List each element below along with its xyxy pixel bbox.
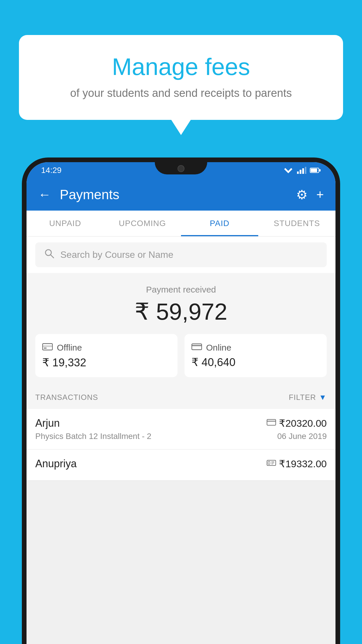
payment-cards: Offline ₹ 19,332 Online xyxy=(35,334,327,377)
svg-rect-3 xyxy=(302,168,304,174)
speech-bubble-container: Manage fees of your students and send re… xyxy=(19,35,343,120)
offline-card-header: Offline xyxy=(42,342,171,353)
online-amount: ₹ 40,640 xyxy=(191,356,320,369)
svg-rect-4 xyxy=(305,167,306,174)
offline-amount: ₹ 19,332 xyxy=(42,356,171,369)
tab-unpaid[interactable]: UNPAID xyxy=(27,211,104,236)
status-icons xyxy=(283,167,321,174)
status-time: 14:29 xyxy=(41,166,61,175)
phone-screen: 14:29 ← Payments xyxy=(27,162,335,644)
svg-rect-1 xyxy=(297,172,299,174)
bubble-title: Manage fees xyxy=(42,52,320,81)
tab-students[interactable]: STUDENTS xyxy=(258,211,335,236)
battery-icon xyxy=(310,167,321,174)
transaction-amount-anupriya: ₹19332.00 xyxy=(279,458,327,470)
online-icon xyxy=(191,342,202,353)
offline-card: Offline ₹ 19,332 xyxy=(35,334,178,377)
payment-label: Payment received xyxy=(35,285,327,295)
online-card-header: Online xyxy=(191,342,320,353)
transaction-amount-container-anupriya: ₹19332.00 xyxy=(267,458,327,470)
transaction-row-arjun[interactable]: Arjun ₹20320.00 Physics Batch 12 Install… xyxy=(27,409,335,449)
svg-rect-11 xyxy=(43,345,52,347)
transactions-label: TRANSACTIONS xyxy=(35,393,98,402)
tabs: UNPAID UPCOMING PAID STUDENTS xyxy=(27,211,335,237)
search-placeholder: Search by Course or Name xyxy=(60,249,173,260)
back-button[interactable]: ← xyxy=(38,187,51,202)
plus-button[interactable]: + xyxy=(316,187,324,202)
transaction-name-arjun: Arjun xyxy=(35,417,60,429)
svg-rect-12 xyxy=(44,348,47,349)
svg-rect-2 xyxy=(300,170,301,174)
filter-button[interactable]: FILTER ▼ xyxy=(289,393,327,402)
transaction-date-arjun: 06 June 2019 xyxy=(277,432,327,441)
offline-icon xyxy=(42,342,53,353)
transaction-top-arjun: Arjun ₹20320.00 xyxy=(35,417,327,429)
online-type: Online xyxy=(206,343,231,353)
svg-rect-18 xyxy=(268,461,270,464)
online-card: Online ₹ 40,640 xyxy=(184,334,327,377)
svg-rect-6 xyxy=(311,169,317,172)
payment-amount: ₹ 59,972 xyxy=(35,298,327,325)
card-payment-icon xyxy=(267,419,276,428)
payment-summary: Payment received ₹ 59,972 Offline xyxy=(27,273,335,386)
svg-rect-13 xyxy=(192,344,202,350)
transaction-bottom-arjun: Physics Batch 12 Installment - 2 06 June… xyxy=(35,432,327,441)
cash-payment-icon xyxy=(267,459,276,469)
svg-line-9 xyxy=(50,255,54,258)
bubble-subtitle: of your students and send receipts to pa… xyxy=(42,87,320,99)
transaction-amount-arjun: ₹20320.00 xyxy=(279,417,327,429)
transaction-detail-arjun: Physics Batch 12 Installment - 2 xyxy=(35,432,151,441)
speech-bubble: Manage fees of your students and send re… xyxy=(19,35,343,120)
transaction-row-anupriya[interactable]: Anupriya ₹19332.00 xyxy=(27,449,335,481)
gear-button[interactable]: ⚙ xyxy=(296,187,307,202)
tab-paid[interactable]: PAID xyxy=(181,211,258,236)
app-bar: ← Payments ⚙ + xyxy=(27,178,335,211)
signal-icon xyxy=(297,167,306,174)
app-title: Payments xyxy=(60,187,287,202)
transaction-top-anupriya: Anupriya ₹19332.00 xyxy=(35,458,327,470)
svg-rect-15 xyxy=(267,419,276,425)
filter-icon: ▼ xyxy=(319,393,327,402)
search-icon xyxy=(44,248,55,261)
search-bar[interactable]: Search by Course or Name xyxy=(35,242,327,267)
svg-marker-0 xyxy=(284,168,292,173)
filter-label: FILTER xyxy=(289,393,316,402)
phone-notch xyxy=(155,162,207,174)
search-container: Search by Course or Name xyxy=(27,237,335,273)
transaction-amount-container-arjun: ₹20320.00 xyxy=(267,417,327,429)
camera xyxy=(178,165,184,172)
phone-frame: 14:29 ← Payments xyxy=(22,158,340,644)
offline-type: Offline xyxy=(57,343,82,353)
transaction-name-anupriya: Anupriya xyxy=(35,458,77,470)
tab-upcoming[interactable]: UPCOMING xyxy=(104,211,181,236)
transactions-header: TRANSACTIONS FILTER ▼ xyxy=(27,386,335,409)
svg-rect-7 xyxy=(319,169,321,172)
wifi-icon xyxy=(283,167,294,174)
